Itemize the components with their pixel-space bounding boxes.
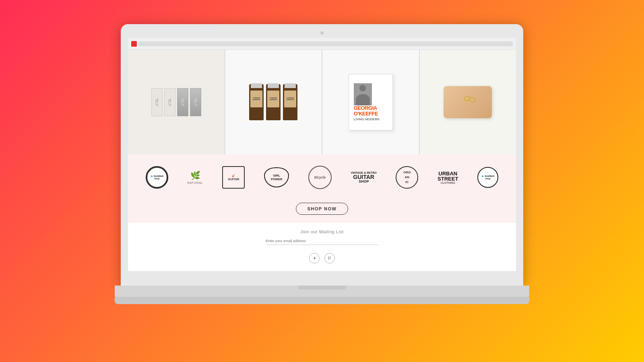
product-perfume-boxes[interactable]: LE FEUDE L'EAU LE FEUDE L'EAU LE FEUDE L…	[128, 50, 225, 154]
laptop-camera	[320, 31, 324, 35]
bicycle-label: Bicycle	[314, 175, 326, 179]
brands-section: 🐦 BARBERshop 🌿 NATURAL 🎸 GUITAR	[128, 154, 516, 199]
bottle-label-3: OTTER WAXLEATHER OIL	[284, 90, 296, 107]
clothing-label: CLOTHING	[441, 181, 455, 184]
brand-urban-street[interactable]: URBAN STREET CLOTHING	[438, 171, 458, 184]
guitar-logo-icon: 🎸	[232, 174, 235, 177]
bottle-cap-1	[251, 83, 262, 88]
brand-girl-power[interactable]: GIRLPOWER	[264, 167, 289, 187]
box-1: LE FEUDE L'EAU	[151, 88, 163, 116]
brand-bicycle[interactable]: Bicycle	[308, 166, 332, 189]
bottle-cap-2	[268, 83, 279, 88]
brand-barber-shop-2[interactable]: 🐦 BARBERshop	[477, 167, 498, 188]
bottle-2: OTTER WAXLEATHER OIL	[266, 84, 281, 120]
bottle-brand-1: OTTER WAXLEATHER OIL	[252, 97, 260, 101]
book-person-image	[354, 83, 372, 105]
leaf-icon: 🌿	[190, 171, 200, 180]
box-label-2: LE FEUDE L'EAU	[168, 98, 171, 106]
box-label-3: LE FEUDE L'EAU	[181, 98, 184, 106]
box-4: LE FEUDE L'EAU	[190, 88, 201, 116]
bottles-display: OTTER WAXLEATHER OIL OTTER WAXLEATHER OI…	[243, 78, 303, 126]
laptop: LE FEUDE L'EAU LE FEUDE L'EAU LE FEUDE L…	[115, 24, 529, 338]
box-2: LE FEUDE L'EAU	[164, 88, 175, 116]
street-label: STREET	[438, 176, 458, 181]
top-nav-bar	[128, 38, 516, 50]
ring-2	[468, 97, 476, 103]
mailing-section: Join our Mailing List	[128, 223, 516, 250]
box-label-4: LE FEUDE L'EAU	[194, 98, 197, 106]
natural-label: NATURAL	[188, 181, 203, 184]
book-subtitle: LIVING MODERN	[354, 117, 380, 121]
barber-logo-text-2: 🐦 BARBERshop	[481, 175, 494, 180]
box-label-1: LE FEUDE L'EAU	[155, 98, 159, 106]
laptop-base	[115, 286, 529, 297]
bottle-brand-3: OTTER WAXLEATHER OIL	[286, 97, 294, 101]
twitter-icon[interactable]: ✦	[309, 253, 320, 263]
product-book[interactable]: GEORGIA O'KEEFFE LIVING MODERN	[322, 50, 419, 154]
product-leather-pillow[interactable]	[420, 50, 516, 154]
pillow	[444, 86, 492, 118]
brand-natural[interactable]: 🌿 NATURAL	[188, 171, 203, 184]
laptop-bezel: LE FEUDE L'EAU LE FEUDE L'EAU LE FEUDE L…	[121, 24, 523, 286]
shop-now-section: SHOP NOW	[128, 199, 516, 223]
bottle-label-2: OTTER WAXLEATHER OIL	[267, 90, 279, 107]
natural-display: 🌿 NATURAL	[188, 171, 203, 184]
nav-accent	[131, 41, 137, 47]
organic-label: ORGANIC	[403, 170, 411, 185]
bottle-3: OTTER WAXLEATHER OIL	[283, 84, 297, 120]
girl-power-label: GIRLPOWER	[271, 174, 282, 181]
laptop-screen: LE FEUDE L'EAU LE FEUDE L'EAU LE FEUDE L…	[128, 38, 516, 271]
nav-bar-filler	[138, 41, 513, 46]
product-grid: LE FEUDE L'EAU LE FEUDE L'EAU LE FEUDE L…	[128, 50, 516, 154]
boxes-display: LE FEUDE L'EAU LE FEUDE L'EAU LE FEUDE L…	[143, 80, 209, 124]
brand-guitar-shop[interactable]: VINTAGE & RETRO GUITAR SHOP	[351, 171, 377, 183]
product-leather-oil[interactable]: OTTER WAXLEATHER OIL OTTER WAXLEATHER OI…	[225, 50, 322, 154]
book-cover: GEORGIA O'KEEFFE LIVING MODERN	[349, 74, 393, 130]
bottle-1: OTTER WAXLEATHER OIL	[249, 84, 264, 120]
mailing-title: Join our Mailing List	[300, 229, 344, 234]
bottle-cap-3	[285, 83, 296, 88]
mailing-input-row	[266, 237, 378, 245]
barber-logo-text-1: 🐦 BARBERshop	[151, 175, 163, 180]
shop-now-button[interactable]: SHOP NOW	[296, 203, 349, 215]
mailing-email-input[interactable]	[266, 237, 378, 245]
guitar-shop-label: SHOP	[359, 180, 369, 183]
box-3: LE FEUDE L'EAU	[177, 88, 188, 116]
guitar-logo-label: GUITAR	[228, 177, 239, 181]
footer-social: ✦ P	[128, 250, 516, 267]
bottle-label-1: OTTER WAXLEATHER OIL	[250, 90, 262, 107]
pinterest-icon[interactable]: P	[324, 253, 335, 263]
brand-guitar[interactable]: 🎸 GUITAR	[222, 166, 245, 189]
website-content: LE FEUDE L'EAU LE FEUDE L'EAU LE FEUDE L…	[128, 38, 516, 271]
laptop-foot	[115, 297, 529, 304]
brand-organic[interactable]: ORGANIC	[396, 166, 418, 189]
guitar-shop-main: GUITAR	[353, 174, 374, 180]
bottle-brand-2: OTTER WAXLEATHER OIL	[269, 97, 277, 101]
book-title: GEORGIA O'KEEFFE	[354, 105, 388, 117]
brand-barber-shop-1[interactable]: 🐦 BARBERshop	[146, 166, 168, 189]
urban-label: URBAN	[438, 171, 457, 176]
